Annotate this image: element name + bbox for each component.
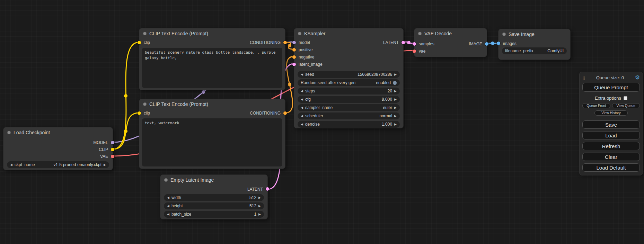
port-conditioning-output[interactable] bbox=[283, 111, 287, 115]
node-title-bar: Empty Latent Image bbox=[160, 175, 267, 185]
load-default-button[interactable]: Load Default bbox=[582, 163, 640, 172]
increment-arrow-icon[interactable]: ▶ bbox=[258, 213, 261, 216]
load-button[interactable]: Load bbox=[582, 131, 640, 139]
ckpt-name-widget[interactable]: ◀ ckpt_name v1-5-pruned-emaonly.ckpt ▶ bbox=[7, 161, 109, 168]
prompt-text-area[interactable]: beautiful scenery nature glass bottle la… bbox=[142, 48, 282, 88]
increment-arrow-icon[interactable]: ▶ bbox=[258, 196, 261, 199]
node-empty-latent-image[interactable]: Empty Latent Image LATENT ◀ width 512 ▶ … bbox=[160, 174, 268, 219]
port-latent-output[interactable] bbox=[402, 41, 405, 44]
batch-size-widget[interactable]: ◀ batch_size 1 ▶ bbox=[164, 211, 264, 218]
save-button[interactable]: Save bbox=[582, 120, 640, 129]
seed-control-toggle-icon[interactable] bbox=[393, 81, 397, 85]
steps-widget[interactable]: ◀ steps 20 ▶ bbox=[298, 88, 400, 94]
cfg-widget[interactable]: ◀ cfg 8.000 ▶ bbox=[298, 96, 400, 103]
node-load-checkpoint[interactable]: Load Checkpoint MODEL CLIP VAE ◀ ckpt_na… bbox=[3, 127, 113, 170]
input-label-negative: negative bbox=[299, 55, 314, 60]
panel-drag-handle-icon[interactable]: ⣿ bbox=[582, 75, 585, 80]
collapse-dot-icon[interactable] bbox=[298, 32, 301, 35]
widget-label: width bbox=[171, 195, 181, 200]
increment-arrow-icon[interactable]: ▶ bbox=[394, 98, 397, 101]
increment-arrow-icon[interactable]: ▶ bbox=[104, 163, 106, 166]
sampler-name-widget[interactable]: ◀ sampler_name euler ▶ bbox=[298, 104, 400, 111]
node-clip-text-encode-negative[interactable]: CLIP Text Encode (Prompt) clip CONDITION… bbox=[139, 99, 285, 169]
widget-value: normal bbox=[379, 114, 392, 118]
collapse-dot-icon[interactable] bbox=[7, 131, 11, 134]
decrement-arrow-icon[interactable]: ◀ bbox=[167, 213, 169, 216]
node-title: Empty Latent Image bbox=[170, 177, 214, 183]
node-clip-text-encode-positive[interactable]: CLIP Text Encode (Prompt) clip CONDITION… bbox=[139, 28, 285, 90]
height-widget[interactable]: ◀ height 512 ▶ bbox=[164, 202, 264, 209]
port-clip-input[interactable] bbox=[138, 41, 141, 44]
port-conditioning-output[interactable] bbox=[283, 41, 287, 44]
decrement-arrow-icon[interactable]: ◀ bbox=[301, 98, 303, 101]
port-negative-input[interactable] bbox=[292, 55, 296, 59]
node-title: Save Image bbox=[509, 31, 535, 37]
decrement-arrow-icon[interactable]: ◀ bbox=[167, 205, 169, 208]
collapse-dot-icon[interactable] bbox=[143, 102, 147, 106]
collapse-dot-icon[interactable] bbox=[502, 33, 506, 36]
widget-label: scheduler bbox=[305, 114, 323, 118]
node-title: Load Checkpoint bbox=[14, 130, 50, 135]
port-image-output[interactable] bbox=[485, 42, 488, 46]
filename-prefix-widget[interactable]: filename_prefix ComfyUI bbox=[502, 47, 567, 54]
width-widget[interactable]: ◀ width 512 ▶ bbox=[164, 194, 264, 201]
denoise-widget[interactable]: ◀ denoise 1.000 ▶ bbox=[298, 121, 400, 128]
decrement-arrow-icon[interactable]: ◀ bbox=[301, 123, 303, 126]
clear-button[interactable]: Clear bbox=[582, 153, 640, 161]
widget-label: ckpt_name bbox=[15, 162, 35, 167]
comfyui-canvas[interactable]: { "ui": { "icons": { "arrow_left": "◀", … bbox=[0, 0, 644, 244]
port-model-input[interactable] bbox=[292, 41, 296, 44]
node-vae-decode[interactable]: VAE Decode samples IMAGE vae bbox=[414, 28, 487, 57]
input-label-clip: clip bbox=[144, 40, 150, 45]
refresh-button[interactable]: Refresh bbox=[582, 142, 640, 150]
node-title-bar: VAE Decode bbox=[414, 28, 487, 39]
widget-value: 20 bbox=[388, 89, 392, 93]
port-vae-input[interactable] bbox=[413, 49, 416, 53]
node-save-image[interactable]: Save Image images filename_prefix ComfyU… bbox=[498, 29, 571, 60]
input-label-images: images bbox=[503, 41, 517, 46]
port-latent-image-input[interactable] bbox=[292, 63, 296, 66]
seed-control-widget[interactable]: Random seed after every gen enabled bbox=[298, 79, 400, 86]
decrement-arrow-icon[interactable]: ◀ bbox=[301, 115, 303, 118]
link-midpoint-dot bbox=[124, 94, 127, 98]
increment-arrow-icon[interactable]: ▶ bbox=[258, 205, 261, 208]
queue-size-label: Queue size: 0 bbox=[585, 75, 635, 80]
collapse-dot-icon[interactable] bbox=[418, 32, 422, 35]
port-clip-output[interactable] bbox=[111, 148, 114, 151]
decrement-arrow-icon[interactable]: ◀ bbox=[301, 73, 303, 76]
settings-gear-icon[interactable]: ⚙ bbox=[635, 75, 640, 80]
port-images-input[interactable] bbox=[497, 42, 500, 45]
widget-value: ComfyUI bbox=[547, 48, 564, 53]
increment-arrow-icon[interactable]: ▶ bbox=[394, 90, 397, 93]
collapse-dot-icon[interactable] bbox=[143, 32, 147, 35]
port-vae-output[interactable] bbox=[111, 155, 114, 158]
decrement-arrow-icon[interactable]: ◀ bbox=[10, 163, 12, 166]
view-history-button[interactable]: View History bbox=[594, 110, 628, 116]
extra-options-checkbox[interactable] bbox=[624, 96, 627, 100]
view-queue-button[interactable]: View Queue bbox=[612, 103, 640, 108]
collapse-dot-icon[interactable] bbox=[164, 178, 168, 182]
port-latent-output[interactable] bbox=[266, 187, 269, 191]
port-samples-input[interactable] bbox=[413, 42, 416, 46]
decrement-arrow-icon[interactable]: ◀ bbox=[301, 106, 303, 109]
decrement-arrow-icon[interactable]: ◀ bbox=[301, 90, 303, 93]
node-ksampler[interactable]: KSampler model LATENT positive negative … bbox=[294, 28, 404, 128]
port-model-output[interactable] bbox=[111, 141, 114, 144]
port-positive-input[interactable] bbox=[292, 48, 296, 52]
widget-value: 512 bbox=[249, 204, 256, 208]
port-clip-input[interactable] bbox=[138, 111, 141, 115]
increment-arrow-icon[interactable]: ▶ bbox=[394, 115, 397, 118]
prompt-text-area[interactable]: text, watermark bbox=[142, 118, 282, 166]
widget-value: v1-5-pruned-emaonly.ckpt bbox=[54, 162, 102, 167]
output-label-clip: CLIP bbox=[99, 147, 108, 152]
increment-arrow-icon[interactable]: ▶ bbox=[394, 73, 397, 76]
increment-arrow-icon[interactable]: ▶ bbox=[394, 123, 397, 126]
queue-front-button[interactable]: Queue Front bbox=[582, 103, 610, 108]
input-label-clip: clip bbox=[144, 111, 150, 116]
queue-menu-panel: ⣿ Queue size: 0 ⚙ Queue Prompt Extra opt… bbox=[579, 72, 643, 175]
scheduler-widget[interactable]: ◀ scheduler normal ▶ bbox=[298, 112, 400, 119]
queue-prompt-button[interactable]: Queue Prompt bbox=[582, 83, 640, 92]
seed-widget[interactable]: ◀ seed 156680208700286 ▶ bbox=[298, 71, 400, 78]
decrement-arrow-icon[interactable]: ◀ bbox=[167, 196, 169, 199]
increment-arrow-icon[interactable]: ▶ bbox=[394, 106, 397, 109]
